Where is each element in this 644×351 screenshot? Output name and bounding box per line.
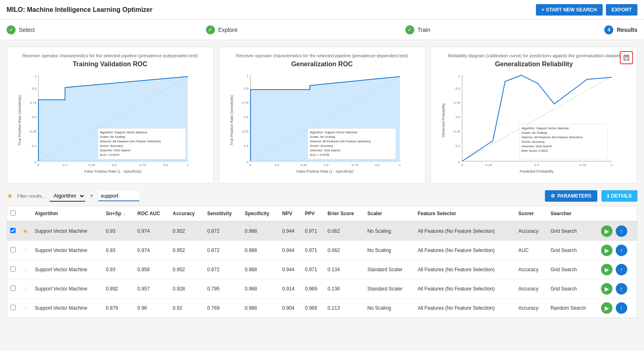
col-searcher[interactable]: Searcher (547, 206, 598, 221)
svg-text:Scorer: Accuracy: Scorer: Accuracy (522, 140, 545, 144)
sort-arrow-snsp: ↓ (124, 212, 126, 216)
step-results-badge: 4 (604, 25, 613, 34)
play-button[interactable]: ▶ (601, 302, 612, 314)
filter-search-input[interactable] (98, 191, 139, 201)
select-all-checkbox[interactable] (10, 210, 16, 216)
svg-text:0.5: 0.5 (32, 115, 37, 119)
row-npv: 0.944 (279, 221, 301, 241)
row-checkbox-cell (7, 279, 19, 299)
row-specificity: 0.988 (242, 279, 279, 299)
play-button[interactable]: ▶ (601, 283, 612, 295)
row-feature-selector: All Features (No Feature Selection) (414, 221, 515, 241)
row-star-icon[interactable]: ☆ (23, 247, 28, 254)
col-algorithm[interactable]: Algorithm (32, 206, 103, 221)
row-accuracy: 0.952 (169, 221, 204, 241)
svg-text:Scorer: Accuracy: Scorer: Accuracy (310, 144, 333, 148)
row-scorer: Accuracy (515, 221, 547, 241)
row-star-icon[interactable]: ☆ (23, 304, 28, 311)
row-searcher: Grid Search (547, 221, 598, 241)
step-select[interactable]: ✓ Select (7, 25, 206, 34)
play-button[interactable]: ▶ (601, 225, 612, 237)
new-search-button[interactable]: + START NEW SEARCH (536, 4, 603, 16)
col-brier[interactable]: Brier Score (324, 206, 364, 221)
col-feature-selector[interactable]: Feature Selector (414, 206, 515, 221)
upload-button[interactable]: ↑ (616, 302, 627, 314)
upload-button[interactable]: ↑ (616, 245, 627, 256)
svg-text:Searcher: Grid Search: Searcher: Grid Search (310, 148, 341, 152)
col-ppv[interactable]: PPV (302, 206, 324, 221)
svg-text:0.9: 0.9 (244, 87, 249, 90)
parameters-button[interactable]: ⚙ PARAMETERS (545, 190, 597, 202)
row-scaler: No Scaling (364, 241, 414, 260)
svg-text:0.9: 0.9 (375, 163, 380, 167)
chart-gen-rel-title: Generalization Reliability (436, 61, 631, 68)
col-accuracy[interactable]: Accuracy (169, 206, 204, 221)
row-algorithm: Support Vector Machine (32, 241, 103, 260)
svg-text:0.25: 0.25 (301, 163, 307, 167)
row-snsp: 0.93 (103, 260, 134, 279)
col-scaler[interactable]: Scaler (364, 206, 414, 221)
step-select-check: ✓ (7, 25, 16, 34)
filter-star-icon[interactable]: ★ (7, 191, 13, 200)
col-npv[interactable]: NPV (279, 206, 301, 221)
svg-text:0.75: 0.75 (140, 163, 146, 167)
row-ppv: 0.969 (302, 279, 324, 299)
row-checkbox[interactable] (10, 266, 16, 272)
row-accuracy: 0.928 (169, 279, 204, 299)
svg-text:1: 1 (611, 163, 613, 167)
svg-text:0.25: 0.25 (242, 130, 249, 133)
export-button[interactable]: EXPORT (606, 4, 637, 16)
col-specificity[interactable]: Specificity (242, 206, 279, 221)
row-accuracy: 0.92 (169, 299, 204, 318)
row-scorer: Accuracy (515, 299, 547, 318)
row-checkbox[interactable] (10, 247, 16, 252)
svg-text:Scaler: No Scaling: Scaler: No Scaling (522, 131, 547, 135)
row-star-cell: ★ (19, 221, 32, 241)
col-star (19, 206, 32, 221)
filter-row: ★ Filter results... Algorithm Scaler Sco… (7, 190, 637, 202)
col-roc-auc[interactable]: ROC AUC (134, 206, 169, 221)
row-npv: 0.944 (279, 241, 301, 260)
col-actions (598, 206, 637, 221)
step-explore-label: Explore (218, 27, 237, 33)
col-sensitivity[interactable]: Sensitivity (204, 206, 242, 221)
svg-text:0: 0 (459, 160, 461, 164)
svg-text:1: 1 (459, 74, 461, 78)
row-snsp: 0.892 (103, 279, 134, 299)
row-checkbox[interactable] (10, 305, 16, 310)
row-checkbox[interactable] (10, 286, 16, 291)
svg-text:AUC = 0.9219: AUC = 0.9219 (100, 153, 119, 157)
svg-text:0.75: 0.75 (454, 101, 461, 105)
row-npv: 0.904 (279, 299, 301, 318)
upload-button[interactable]: ↑ (616, 283, 627, 295)
save-chart-button[interactable] (620, 51, 633, 64)
upload-button[interactable]: ↑ (616, 264, 627, 275)
step-explore[interactable]: ✓ Explore (206, 25, 405, 34)
col-scorer[interactable]: Scorer (515, 206, 547, 221)
play-button[interactable]: ▶ (601, 264, 612, 275)
step-train[interactable]: ✓ Train (405, 25, 605, 34)
row-roc-auc: 0.957 (134, 279, 169, 299)
svg-text:Brier Score: 0.0623: Brier Score: 0.0623 (522, 149, 548, 153)
row-accuracy: 0.952 (169, 241, 204, 260)
row-star-icon[interactable]: ☆ (23, 285, 28, 292)
svg-text:0.5: 0.5 (244, 115, 249, 119)
filter-column-select[interactable]: Algorithm Scaler Scorer Searcher (50, 191, 85, 202)
svg-text:1: 1 (34, 74, 36, 78)
row-scorer: Accuracy (515, 260, 547, 279)
svg-text:0.1: 0.1 (63, 163, 68, 167)
step-results[interactable]: 4 Results (604, 25, 637, 34)
row-star-icon[interactable]: ☆ (23, 266, 28, 273)
play-button[interactable]: ▶ (601, 245, 612, 256)
row-sensitivity: 0.872 (204, 241, 242, 260)
upload-button[interactable]: ↑ (616, 225, 627, 237)
row-star-icon[interactable]: ★ (23, 227, 28, 234)
details-button[interactable]: ℹ DETAILS (601, 190, 637, 202)
row-checkbox[interactable] (10, 228, 16, 233)
col-snsp[interactable]: Sn+Sp ↓ (103, 206, 134, 221)
row-feature-selector: All Features (No Feature Selection) (414, 299, 515, 318)
svg-text:1: 1 (399, 163, 401, 167)
app-header: MILO: Machine Intelligence Learning Opti… (0, 0, 644, 20)
svg-text:0.9: 0.9 (163, 163, 168, 167)
row-roc-auc: 0.974 (134, 221, 169, 241)
